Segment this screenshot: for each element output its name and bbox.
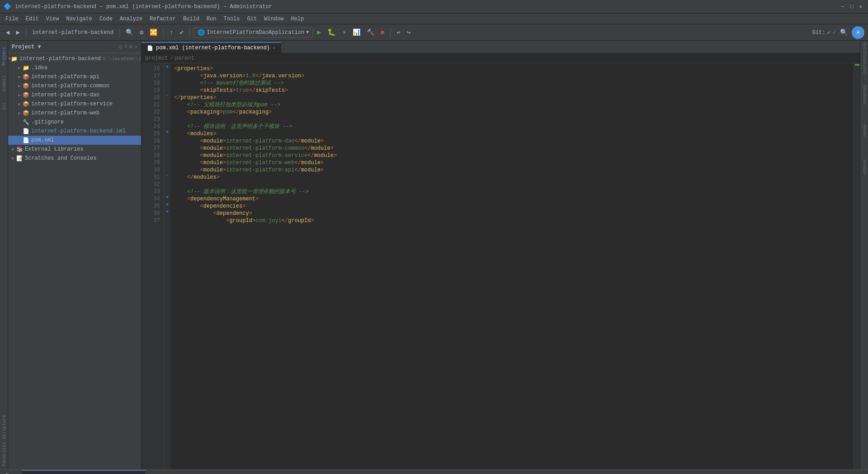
run-config-selector[interactable]: 🌐 InternetPlatformDaoApplication ▼ xyxy=(193,28,313,38)
search-everywhere-button[interactable]: 🔍 xyxy=(123,27,136,38)
code-line-28: <module>internet-platform-service</modul… xyxy=(174,152,850,159)
sidebar-structure-button[interactable]: Structure xyxy=(0,413,8,441)
tree-item-api[interactable]: ▶ 📦 internet-platform-api xyxy=(8,72,141,81)
project-icon: internet-platform-backend xyxy=(30,28,116,37)
right-notifications-button[interactable]: Notifications xyxy=(860,41,868,77)
tree-item-idea[interactable]: ▶ 📁 .idea xyxy=(8,63,141,72)
menu-view[interactable]: View xyxy=(42,15,63,23)
code-line-22: <packaging>pom</packaging> xyxy=(174,109,850,116)
menu-analyze[interactable]: Analyze xyxy=(116,15,146,23)
project-locate-icon[interactable]: ◎ xyxy=(119,43,122,50)
sidebar-project-button[interactable]: Project xyxy=(0,43,8,70)
fold-36[interactable]: ▼ xyxy=(164,208,170,215)
menu-edit[interactable]: Edit xyxy=(22,15,42,23)
right-gradle-button[interactable]: Gradle xyxy=(860,149,868,185)
breadcrumb-parent[interactable]: parent xyxy=(175,55,194,62)
maximize-button[interactable]: □ xyxy=(848,3,855,10)
bottom-settings-icon[interactable]: ⚙ xyxy=(848,473,856,474)
fold-22 xyxy=(164,107,170,114)
run-button[interactable]: ▶ xyxy=(315,27,323,38)
service-label: internet-platform-service xyxy=(31,101,113,107)
fold-24 xyxy=(164,121,170,128)
menu-code[interactable]: Code xyxy=(96,15,116,23)
tree-item-gitignore[interactable]: ▶ 🔧 .gitignore xyxy=(8,118,141,127)
menu-window[interactable]: Window xyxy=(260,15,287,23)
debug-button[interactable]: 🐛 xyxy=(325,27,338,38)
fold-31[interactable]: − xyxy=(164,172,170,179)
build-project-button[interactable]: 🔨 xyxy=(364,27,377,38)
right-maven-button[interactable]: Maven xyxy=(860,113,868,149)
tree-item-external-libs[interactable]: ▶ 📚 External Libraries xyxy=(8,145,141,154)
forward-button[interactable]: ▶ xyxy=(14,27,22,38)
menu-file[interactable]: File xyxy=(2,15,22,23)
menu-navigate[interactable]: Navigate xyxy=(62,15,96,23)
menu-tools[interactable]: Tools xyxy=(220,15,244,23)
profile-button[interactable]: 📊 xyxy=(350,27,363,38)
close-button[interactable]: ✕ xyxy=(857,3,864,10)
bottom-panel: Run: internet-platform-backend [package]… xyxy=(0,469,868,474)
fold-34[interactable]: ▼ xyxy=(164,194,170,201)
tab-close-button[interactable]: ✕ xyxy=(273,45,275,51)
bottom-tab-package[interactable]: internet-platform-backend [package] xyxy=(22,470,145,474)
back-button[interactable]: ◀ xyxy=(4,27,12,38)
sidebar-favorites-button[interactable]: Favorites xyxy=(0,441,8,468)
breadcrumb-project[interactable]: project xyxy=(145,55,168,62)
project-close-icon[interactable]: ✕ xyxy=(134,43,137,50)
minimize-button[interactable]: ─ xyxy=(839,3,846,10)
ln-18: 18 xyxy=(143,80,160,87)
extlibs-expand: ▶ xyxy=(10,147,16,152)
commit-button[interactable]: ✔ xyxy=(178,27,186,38)
menu-refactor[interactable]: Refactor xyxy=(146,15,179,23)
tree-item-pom[interactable]: ▶ 📄 pom.xml xyxy=(8,136,141,145)
right-database-button[interactable]: Database xyxy=(860,77,868,113)
pom-file-icon: 📄 xyxy=(23,137,29,144)
tree-item-dao[interactable]: ▶ 📦 internet-platform-dao xyxy=(8,90,141,100)
iml-file-icon: 📄 xyxy=(23,128,29,135)
user-avatar[interactable]: A xyxy=(852,26,864,39)
tree-item-scratches[interactable]: ▶ 📝 Scratches and Consoles xyxy=(8,154,141,163)
fold-25[interactable]: ▼ xyxy=(164,128,170,136)
tree-item-web[interactable]: ▶ 📦 internet-platform-web xyxy=(8,109,141,118)
menu-git[interactable]: Git xyxy=(244,15,261,23)
menu-run[interactable]: Run xyxy=(203,15,220,23)
undo-button[interactable]: ↩ xyxy=(394,27,402,38)
code-area[interactable]: <properties> <java.version>1.8</java.ver… xyxy=(170,63,854,469)
project-settings-icon[interactable]: ⚙ xyxy=(129,43,132,50)
search-button[interactable]: 🔍 xyxy=(838,27,850,38)
root-path: D:\JavaDemo\InternetPla... xyxy=(103,56,141,62)
sidebar-git-button[interactable]: Git xyxy=(0,97,8,115)
stop-button[interactable]: ■ xyxy=(378,28,387,38)
fold-20[interactable]: − xyxy=(164,92,170,100)
gutter-marker-top xyxy=(855,64,859,66)
redo-button[interactable]: ↪ xyxy=(405,27,413,38)
project-tree: ▼ 📁 internet-platform-backend D:\JavaDem… xyxy=(8,53,141,469)
vcs-button[interactable]: 🔀 xyxy=(147,27,160,38)
menu-build[interactable]: Build xyxy=(179,15,203,23)
api-label: internet-platform-api xyxy=(31,74,99,80)
settings-button[interactable]: ⚙ xyxy=(137,27,146,38)
editor-tab-pom[interactable]: 📄 pom.xml (internet-platform-backend) ✕ xyxy=(142,42,281,53)
code-line-26: <module>internet-platform-dao</module> xyxy=(174,137,850,145)
dao-expand: ▶ xyxy=(16,92,23,98)
fold-16[interactable]: ▼ xyxy=(164,63,170,71)
fold-35[interactable]: ▼ xyxy=(164,201,170,208)
code-line-35: <dependencies> xyxy=(174,203,850,210)
ln-16: 16 xyxy=(143,65,160,72)
git-tick-icon: ✓ xyxy=(832,29,836,36)
ln-35: 35 xyxy=(143,203,160,210)
sidebar-commit-button[interactable]: Commit xyxy=(0,70,8,97)
fold-33 xyxy=(164,186,170,194)
tree-root-item[interactable]: ▼ 📁 internet-platform-backend D:\JavaDem… xyxy=(8,54,141,63)
coverage-button[interactable]: ⚡ xyxy=(340,27,348,38)
tree-item-service[interactable]: ▶ 📦 internet-platform-service xyxy=(8,100,141,109)
window-controls[interactable]: ─ □ ✕ xyxy=(839,3,864,10)
menu-help[interactable]: Help xyxy=(287,15,307,23)
project-collapse-icon[interactable]: ≡ xyxy=(124,43,127,50)
update-button[interactable]: ↑ xyxy=(167,28,175,38)
tree-item-iml[interactable]: ▶ 📄 internet-platform-backend.iml xyxy=(8,127,141,136)
ln-29: 29 xyxy=(143,159,160,166)
tree-item-common[interactable]: ▶ 📦 internet-platform-common xyxy=(8,81,141,90)
code-line-24: <!-- 模块说明：这里声明多个子模块 --> xyxy=(174,123,850,130)
common-label: internet-platform-common xyxy=(31,83,109,89)
idea-label: .idea xyxy=(31,65,47,71)
